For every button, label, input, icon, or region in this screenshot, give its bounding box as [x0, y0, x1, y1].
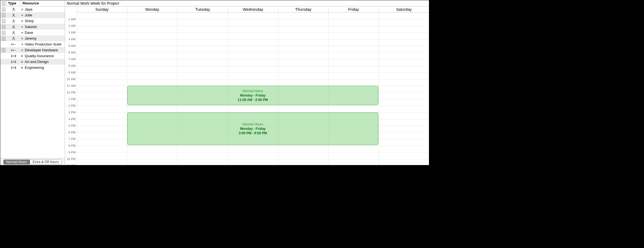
resource-name-label: Jeremy — [25, 36, 37, 41]
column-doc-icon-header[interactable] — [0, 0, 7, 6]
resource-name-label: Developer Hardware — [25, 48, 58, 52]
time-label: 2 PM — [68, 104, 76, 107]
day-header-cell[interactable]: Thursday — [278, 6, 328, 12]
tab-extra-off-hours[interactable]: Extra & Off Hours — [30, 160, 62, 165]
day-header-cell[interactable]: Friday — [328, 6, 379, 12]
time-label: 3 PM — [68, 111, 76, 114]
resource-row[interactable]: Engineering — [0, 65, 65, 70]
row-type-cell — [7, 48, 20, 52]
resource-sidebar: Type Resource JayaJulieShinjiSatoshiDave… — [0, 0, 65, 165]
resource-row[interactable]: Jeremy — [0, 36, 65, 41]
person-icon — [12, 13, 16, 17]
bullet-icon — [21, 20, 23, 22]
calendar-grid[interactable]: Normal HoursMonday - Friday11:00 AM - 2:… — [77, 12, 429, 165]
svg-point-21 — [13, 67, 14, 68]
time-label: 10 PM — [67, 157, 76, 161]
event-days: Monday - Friday — [128, 93, 378, 97]
day-header-cell[interactable]: Sunday — [77, 6, 127, 12]
svg-point-1 — [13, 14, 14, 15]
time-label: 12 PM — [67, 91, 76, 94]
bullet-icon — [21, 9, 23, 10]
day-column[interactable] — [77, 12, 127, 165]
person-icon — [12, 37, 16, 41]
time-label: 5 PM — [68, 124, 76, 127]
day-header-cell[interactable]: Wednesday — [228, 6, 278, 12]
document-icon — [2, 7, 5, 11]
resource-row[interactable]: Video Production Suite — [0, 41, 65, 47]
document-icon — [2, 48, 5, 52]
document-icon — [2, 25, 5, 29]
event-title: Normal Hours — [128, 89, 378, 93]
schedule-block[interactable]: Normal HoursMonday - Friday11:00 AM - 2:… — [127, 86, 378, 105]
resource-row[interactable]: Julie — [0, 12, 65, 18]
day-header-cell[interactable]: Saturday — [379, 6, 429, 12]
row-type-cell — [7, 42, 20, 46]
event-days: Monday - Friday — [128, 127, 378, 131]
row-doc-cell — [0, 25, 7, 29]
time-label: 9 AM — [68, 71, 76, 74]
calendar-body: SundayMondayTuesdayWednesdayThursdayFrid… — [77, 6, 429, 165]
svg-rect-15 — [15, 55, 16, 57]
svg-point-18 — [14, 62, 15, 62]
time-label: 3 AM — [68, 31, 76, 34]
bullet-icon — [21, 38, 23, 39]
row-name-cell: Art and Design — [20, 60, 65, 64]
tab-normal-hours[interactable]: Normal Hours — [3, 160, 30, 165]
day-header-cell[interactable]: Tuesday — [177, 6, 228, 12]
row-doc-cell — [0, 31, 7, 35]
day-column[interactable] — [379, 12, 429, 165]
resource-row[interactable]: Jaya — [0, 6, 65, 12]
time-label: 8 PM — [68, 144, 76, 147]
chevron-right-icon[interactable] — [21, 67, 23, 69]
document-icon — [2, 1, 5, 5]
row-name-cell: Julie — [20, 13, 65, 17]
group-icon — [11, 66, 16, 70]
resource-row[interactable]: Developer Hardware — [0, 47, 65, 53]
resource-row[interactable]: Dave — [0, 30, 65, 36]
calendar-title: Normal Work Week for Project — [65, 0, 429, 6]
resource-row[interactable]: Art and Design — [0, 59, 65, 65]
time-label: 11 AM — [67, 84, 76, 87]
svg-rect-20 — [11, 67, 12, 69]
time-label: 6 AM — [68, 51, 76, 54]
row-name-cell: Satoshi — [20, 25, 65, 29]
column-type-header[interactable]: Type — [7, 0, 20, 6]
resource-name-label: Video Production Suite — [25, 42, 61, 46]
column-resource-header[interactable]: Resource — [20, 0, 65, 6]
row-type-cell — [7, 31, 20, 35]
chevron-right-icon[interactable] — [21, 61, 23, 63]
bullet-icon — [21, 49, 23, 51]
row-doc-cell — [0, 19, 7, 23]
row-doc-cell — [0, 37, 7, 41]
row-name-cell: Jeremy — [20, 36, 65, 41]
time-label: 2 AM — [68, 24, 76, 27]
row-doc-cell — [0, 7, 7, 11]
resource-name-label: Satoshi — [25, 25, 37, 29]
bullet-icon — [21, 44, 23, 45]
person-icon — [12, 7, 16, 11]
row-type-cell — [7, 25, 20, 29]
sidebar-header: Type Resource — [0, 0, 65, 6]
time-label: 9 PM — [68, 151, 76, 154]
row-doc-cell — [0, 13, 7, 17]
row-name-cell: Quality Assurance — [20, 54, 65, 58]
time-label: 5 AM — [68, 44, 76, 47]
day-header-cell[interactable]: Monday — [127, 6, 177, 12]
time-label: 4 PM — [68, 117, 76, 121]
time-label: 1 PM — [68, 97, 76, 101]
row-name-cell: Video Production Suite — [20, 42, 65, 46]
row-doc-cell — [0, 48, 7, 52]
resource-row[interactable]: Shinji — [0, 18, 65, 24]
resource-row[interactable]: Quality Assurance — [0, 53, 65, 59]
time-label: 4 AM — [68, 37, 76, 41]
event-time: 11:00 AM - 2:00 PM — [128, 98, 378, 102]
resource-name-label: Julie — [25, 13, 32, 17]
resource-name-label: Shinji — [25, 19, 34, 23]
resource-row[interactable]: Satoshi — [0, 24, 65, 30]
svg-point-5 — [13, 37, 14, 39]
bullet-icon — [21, 26, 23, 28]
chevron-right-icon[interactable] — [21, 55, 23, 57]
schedule-block[interactable]: Normal HoursMonday - Friday3:00 PM - 8:0… — [127, 112, 378, 145]
resource-name-label: Engineering — [25, 65, 44, 70]
svg-point-22 — [14, 67, 15, 68]
